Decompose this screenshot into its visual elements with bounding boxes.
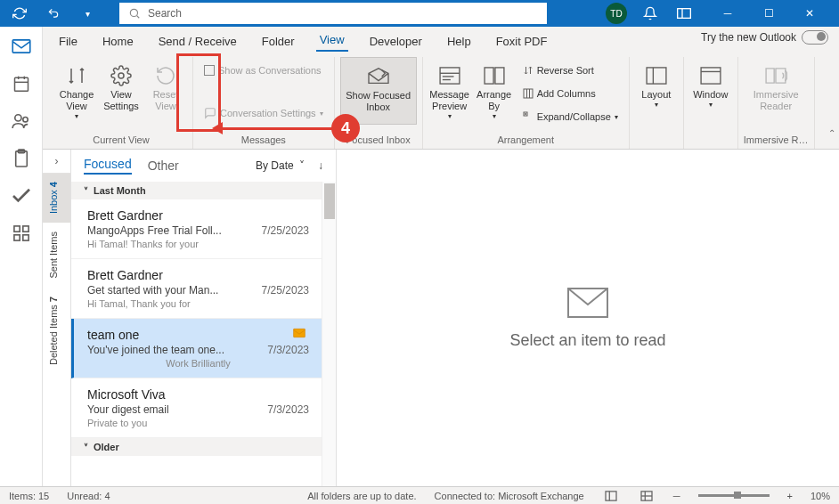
- titlebar: ▾ Search TD ─ ☐ ✕: [0, 0, 839, 27]
- group-header-last-month[interactable]: ˅Last Month: [71, 182, 322, 199]
- svg-rect-14: [22, 226, 28, 232]
- sort-by-date[interactable]: By Date ˅ ↓: [256, 159, 323, 172]
- rail-apps-icon[interactable]: [7, 223, 36, 244]
- statusbar: Items: 15 Unread: 4 All folders are up t…: [0, 486, 839, 504]
- expand-collapse-button[interactable]: Expand/Collapse▾: [523, 107, 618, 126]
- close-button[interactable]: ✕: [789, 0, 830, 27]
- view-normal-icon[interactable]: [602, 491, 620, 501]
- reset-view-button[interactable]: Reset View: [144, 57, 187, 125]
- layout-button[interactable]: Layout▾: [635, 57, 678, 125]
- zoom-value: 10%: [810, 491, 830, 501]
- minimize-button[interactable]: ─: [707, 0, 748, 27]
- rail-people-icon[interactable]: [7, 110, 36, 132]
- immersive-reader-button[interactable]: Immersive Reader: [754, 57, 797, 125]
- message-preview-button[interactable]: Message Preview▾: [428, 57, 471, 125]
- tab-folder[interactable]: Folder: [258, 31, 298, 52]
- rail-mail-icon[interactable]: [7, 36, 36, 57]
- message-item[interactable]: Microsoft Viva Your digest email7/3/2023…: [71, 378, 322, 438]
- window-button[interactable]: Window▾: [689, 57, 732, 125]
- sort-icon: [523, 65, 534, 76]
- rail-todo-icon[interactable]: [7, 185, 36, 207]
- message-subject: Get started with your Man...: [87, 284, 218, 297]
- folder-inbox[interactable]: Inbox 4: [43, 173, 70, 223]
- tab-foxit[interactable]: Foxit PDF: [493, 31, 551, 52]
- svg-rect-16: [22, 235, 28, 240]
- svg-rect-5: [14, 77, 28, 91]
- ribbon-tabs: File Home Send / Receive Folder View Dev…: [43, 27, 839, 52]
- message-date: 7/3/2023: [267, 403, 309, 416]
- group-messages-label: Messages: [241, 133, 286, 149]
- chevron-down-icon: ˅: [84, 186, 88, 196]
- change-view-button[interactable]: Change View▾: [55, 57, 98, 125]
- group-arrangement-label: Arrangement: [497, 133, 554, 149]
- user-avatar[interactable]: TD: [606, 3, 627, 24]
- tab-help[interactable]: Help: [444, 31, 475, 52]
- tab-developer[interactable]: Developer: [366, 31, 426, 52]
- overflow-icon[interactable]: ▾: [77, 3, 98, 24]
- window-mode-icon[interactable]: [673, 3, 695, 24]
- tab-send-receive[interactable]: Send / Receive: [155, 31, 240, 52]
- message-preview: Hi Tamal! Thanks for your: [87, 239, 309, 249]
- folder-sent-items[interactable]: Sent Items: [43, 223, 70, 288]
- ribbon-collapse-icon[interactable]: ⌃: [828, 128, 835, 138]
- search-box[interactable]: Search: [119, 3, 547, 24]
- message-item[interactable]: Brett Gardner MangoApps Free Trial Foll.…: [71, 199, 322, 259]
- scrollbar[interactable]: [322, 182, 336, 486]
- svg-rect-36: [606, 491, 616, 500]
- status-unread: Unread: 4: [67, 491, 110, 501]
- arrange-by-button[interactable]: Arrange By▾: [473, 57, 516, 125]
- tab-other[interactable]: Other: [148, 159, 179, 173]
- tab-view[interactable]: View: [316, 29, 348, 52]
- reading-pane: Select an item to read: [337, 150, 839, 486]
- svg-rect-23: [495, 68, 504, 84]
- message-item-selected[interactable]: team one You've joined the team one...7/…: [71, 319, 322, 378]
- conversation-settings-button[interactable]: Conversation Settings▾: [204, 103, 323, 123]
- svg-rect-34: [294, 329, 305, 337]
- message-date: 7/25/2023: [262, 224, 309, 237]
- expand-icon: [523, 111, 534, 122]
- add-columns-button[interactable]: Add Columns: [523, 84, 618, 103]
- folder-rail: › Inbox 4 Sent Items Deleted Items 7: [43, 150, 71, 486]
- message-list: Focused Other By Date ˅ ↓ ˅Last Month Br…: [71, 150, 337, 486]
- undo-icon[interactable]: [43, 3, 64, 24]
- expand-folder-pane-icon[interactable]: ›: [43, 150, 70, 173]
- view-reading-icon[interactable]: [638, 491, 656, 501]
- group-immersive-label: Immersive R…: [744, 133, 809, 149]
- sync-icon[interactable]: [9, 3, 30, 24]
- zoom-in-icon[interactable]: +: [787, 491, 793, 501]
- chevron-down-icon: ˅: [299, 159, 305, 172]
- svg-rect-4: [12, 40, 30, 53]
- svg-point-0: [130, 9, 137, 16]
- rail-tasks-icon[interactable]: [7, 148, 36, 169]
- chevron-down-icon: ˅: [84, 443, 88, 452]
- svg-rect-24: [524, 89, 533, 98]
- bell-icon[interactable]: [639, 3, 661, 24]
- svg-line-1: [137, 16, 140, 19]
- status-connected: Connected to: Microsoft Exchange: [435, 491, 584, 501]
- svg-point-17: [118, 73, 124, 78]
- columns-icon: [523, 88, 534, 99]
- message-from: team one: [87, 328, 309, 342]
- rail-calendar-icon[interactable]: [7, 73, 36, 94]
- reverse-sort-button[interactable]: Reverse Sort: [523, 61, 618, 80]
- zoom-out-icon[interactable]: ─: [673, 491, 680, 501]
- message-preview: Work Brilliantly: [87, 358, 309, 369]
- maximize-button[interactable]: ☐: [748, 0, 789, 27]
- tab-home[interactable]: Home: [99, 31, 137, 52]
- view-settings-button[interactable]: View Settings: [100, 57, 143, 125]
- search-icon: [128, 7, 141, 20]
- message-item[interactable]: Brett Gardner Get started with your Man.…: [71, 259, 322, 319]
- svg-rect-13: [13, 226, 19, 232]
- folder-deleted-items[interactable]: Deleted Items 7: [43, 288, 70, 374]
- toggle-off-icon[interactable]: [802, 30, 828, 45]
- group-header-older[interactable]: ˅Older: [71, 438, 322, 456]
- show-conversations-checkbox[interactable]: Show as Conversations: [204, 61, 323, 80]
- tab-focused[interactable]: Focused: [84, 157, 132, 175]
- svg-rect-30: [647, 68, 666, 84]
- tab-file[interactable]: File: [55, 31, 81, 52]
- message-preview: Hi Tamal, Thank you for: [87, 298, 309, 309]
- zoom-slider[interactable]: [698, 494, 770, 497]
- message-date: 7/3/2023: [267, 344, 309, 356]
- try-new-outlook[interactable]: Try the new Outlook: [701, 30, 828, 45]
- svg-point-9: [14, 115, 20, 121]
